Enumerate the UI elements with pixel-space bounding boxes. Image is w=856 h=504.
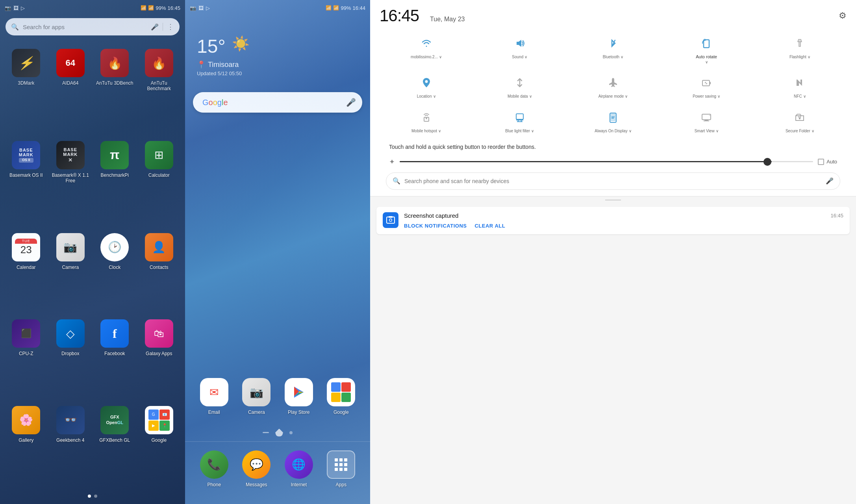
notif-screenshot-icon (383, 212, 398, 228)
brightness-slider-track[interactable] (400, 161, 813, 162)
qs-wifi-icon (418, 35, 435, 52)
nav-dot-extra[interactable] (289, 431, 293, 434)
more-icon[interactable]: ⋮ (167, 22, 174, 31)
svg-rect-24 (389, 216, 393, 218)
dock-email[interactable]: ✉ Email (193, 373, 235, 420)
app-item-gfxbench[interactable]: GFX OpenGL GFXBench GL (93, 401, 137, 487)
app-item-geekbench[interactable]: 👓 Geekbench 4 (48, 401, 93, 487)
app-item-antutu[interactable]: 🔥 AnTuTu Benchmark (137, 44, 182, 136)
bottom-apps[interactable]: Apps (320, 446, 363, 492)
qs-tiles-row1: mobilissimo.2... ∨ Sound ∨ (380, 27, 847, 69)
app-item-3dmark[interactable]: ⚡ 3DMark (4, 44, 48, 136)
app-item-aida64[interactable]: 64 AIDA64 (48, 44, 93, 136)
auto-brightness-checkbox[interactable] (818, 159, 824, 165)
qs-tile-location[interactable]: Location ∨ (380, 71, 473, 102)
app-icon-gallery: 🌸 (12, 406, 40, 434)
qs-securefolder-icon (791, 109, 808, 126)
qs-tile-smartview[interactable]: Smart View ∨ (660, 106, 753, 137)
app-item-clock[interactable]: 🕑 Clock (93, 228, 137, 315)
temp-value: 15° (197, 35, 226, 57)
google-search-bar[interactable]: Google 🎤 (193, 92, 362, 113)
app-icon-geekbench: 👓 (56, 406, 85, 434)
dock-google[interactable]: Google (320, 373, 363, 420)
qs-tile-bluetooth[interactable]: Bluetooth ∨ (566, 32, 660, 68)
nav-dot-home[interactable] (275, 429, 283, 437)
qs-tile-nfc[interactable]: NFC ∨ (753, 71, 847, 102)
page-dot-1[interactable] (88, 495, 91, 498)
qs-tile-powersave[interactable]: Power saving ∨ (660, 71, 753, 102)
svg-rect-3 (710, 82, 711, 84)
qs-tile-sound[interactable]: Sound ∨ (473, 32, 566, 68)
qs-mic-icon[interactable]: 🎤 (826, 177, 834, 185)
dock-playstore[interactable]: Play Store (278, 373, 320, 420)
qs-sound-icon (511, 35, 528, 52)
qs-hotspot-icon (418, 109, 435, 126)
qs-tile-hotspot[interactable]: Mobile hotspot ∨ (380, 106, 473, 137)
app-item-camera[interactable]: 📷 Camera (48, 228, 93, 315)
dock-camera[interactable]: 📷 Camera (235, 373, 278, 420)
mic-icon[interactable]: 🎤 (151, 23, 159, 31)
search-divider (163, 23, 163, 31)
notification-screenshot: Screenshot captured 16:45 BLOCK NOTIFICA… (376, 207, 850, 234)
app-icon-basemark: BASE MARK OS II (12, 141, 40, 169)
notif-block-btn[interactable]: BLOCK NOTIFICATIONS (404, 223, 467, 229)
app-item-basemark[interactable]: BASE MARK OS II Basemark OS II (4, 136, 48, 228)
dock-email-label: Email (208, 410, 220, 415)
qs-tile-mobiledata[interactable]: Mobile data ∨ (473, 71, 566, 102)
app-item-facebook[interactable]: f Facebook (93, 315, 137, 401)
qs-tile-securefolder[interactable]: Secure Folder ∨ (753, 106, 847, 137)
app-item-dropbox[interactable]: ◇ Dropbox (48, 315, 93, 401)
bottom-dock: 📞 Phone 💬 Messages 🌐 Internet (185, 441, 370, 504)
app-label-calendar: Calendar (17, 265, 36, 270)
qs-search-bar[interactable]: 🔍 🎤 (386, 172, 840, 190)
app-item-contacts[interactable]: 👤 Contacts (137, 228, 182, 315)
weather-city-display: 📍 Timisoara (197, 60, 358, 69)
search-icon: 🔍 (11, 23, 19, 31)
app-label-google2: Google (151, 437, 167, 443)
brightness-thumb[interactable] (763, 158, 771, 166)
dock-email-icon: ✉ (200, 378, 228, 406)
qs-location-label: Location ∨ (417, 94, 436, 99)
app-icon-calculator: ⊞ (145, 141, 173, 169)
svg-point-20 (799, 116, 801, 118)
app-item-benchmarkpi[interactable]: π BenchmarkPi (93, 136, 137, 228)
qs-smartview-icon (698, 109, 715, 126)
app-label-dropbox: Dropbox (61, 351, 79, 356)
google-mic-icon[interactable]: 🎤 (346, 98, 356, 107)
settings-gear-icon[interactable]: ⚙ (839, 11, 847, 21)
app-icon-antutu: 🔥 (145, 49, 173, 77)
app-item-galaxyapps[interactable]: 🛍 Galaxy Apps (137, 315, 182, 401)
dock-google-label: Google (334, 410, 349, 415)
app-item-cpuz[interactable]: ⬛ CPU-Z (4, 315, 48, 401)
app-icon-camera: 📷 (56, 233, 85, 261)
notif-clearall-btn[interactable]: CLEAR ALL (474, 223, 505, 229)
app-label-benchmarkpi: BenchmarkPi (101, 172, 129, 178)
app-item-google2[interactable]: G 📧 ▶ 📍 Google (137, 401, 182, 487)
app-item-calculator[interactable]: ⊞ Calculator (137, 136, 182, 228)
page-dot-2[interactable] (94, 495, 97, 498)
qs-tile-airplane[interactable]: Airplane mode ∨ (566, 71, 660, 102)
app-item-basemarkx[interactable]: BASE MARK ✕ Basemark® X 1.1 Free (48, 136, 93, 228)
location-pin-icon: 📍 (197, 60, 206, 69)
bottom-internet[interactable]: 🌐 Internet (278, 446, 320, 492)
time-display: 16:45 (167, 5, 180, 11)
qs-tile-wifi[interactable]: mobilissimo.2... ∨ (380, 32, 473, 68)
app-search-bar[interactable]: 🔍 🎤 ⋮ (6, 18, 180, 35)
status-icons-left2: 📷 🖼 ▷ (190, 5, 210, 11)
qs-tile-flashlight[interactable]: Flashlight ∨ (753, 32, 847, 68)
search-input[interactable] (23, 24, 147, 30)
bottom-phone[interactable]: 📞 Phone (193, 446, 235, 492)
app-item-antutu3d[interactable]: 🔥 AnTuTu 3DBench (93, 44, 137, 136)
qs-tile-autorotate[interactable]: Auto rotate ∨ (660, 32, 753, 68)
qs-tile-aod[interactable]: Always On Display ∨ (566, 106, 660, 137)
app-item-gallery[interactable]: 🌸 Gallery (4, 401, 48, 487)
nav-dot-apps[interactable] (263, 432, 269, 433)
qs-search-input[interactable] (404, 178, 822, 184)
bottom-internet-label: Internet (291, 482, 307, 487)
brightness-auto-toggle[interactable]: Auto (818, 159, 837, 165)
app-item-calendar[interactable]: TUE 23 Calendar (4, 228, 48, 315)
svg-rect-6 (516, 114, 523, 119)
bottom-messages-icon: 💬 (242, 450, 271, 479)
bottom-messages[interactable]: 💬 Messages (235, 446, 278, 492)
qs-tile-bluelight[interactable]: Blue light filter ∨ (473, 106, 566, 137)
